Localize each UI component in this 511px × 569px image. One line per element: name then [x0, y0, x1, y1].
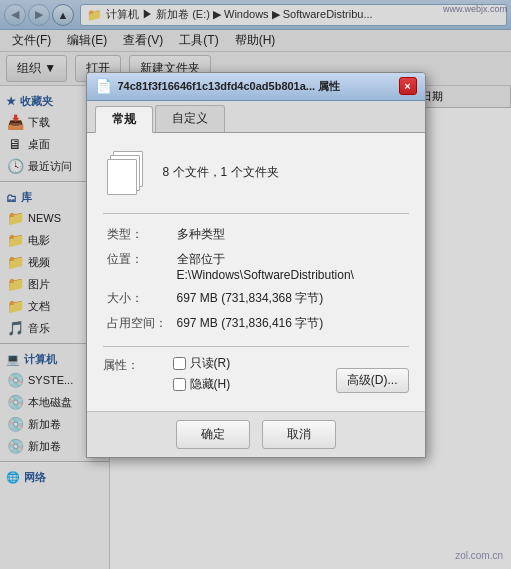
dialog-tabs: 常规 自定义 — [87, 101, 425, 133]
prop-divider-middle — [103, 346, 409, 347]
attrs-and-btn: 只读(R) 隐藏(H) 高级(D)... — [173, 355, 409, 393]
dialog-overlay: 📄 74c81f3f16646f1c13dfd4c0ad5b801a... 属性… — [0, 0, 511, 569]
prop-divider-top — [103, 213, 409, 214]
properties-dialog: 📄 74c81f3f16646f1c13dfd4c0ad5b801a... 属性… — [86, 72, 426, 458]
prop-label-location: 位置： — [103, 247, 173, 286]
props-table: 类型： 多种类型 位置： 全部位于 E:\Windows\SoftwareDis… — [103, 222, 409, 336]
checkbox-row-readonly: 只读(R) — [173, 355, 231, 372]
prop-value-location: 全部位于 E:\Windows\SoftwareDistribution\ — [173, 247, 409, 286]
advanced-button[interactable]: 高级(D)... — [336, 368, 409, 393]
dialog-title-text: 74c81f3f16646f1c13dfd4c0ad5b801a... 属性 — [118, 79, 399, 94]
checkbox-row-hidden: 隐藏(H) — [173, 376, 231, 393]
big-file-icon — [103, 149, 151, 197]
explorer-window: ◀ ▶ ▲ 📁 计算机 ▶ 新加卷 (E:) ▶ Windows ▶ Softw… — [0, 0, 511, 569]
checkbox-readonly-label: 只读(R) — [190, 355, 231, 372]
dialog-file-row: 8 个文件，1 个文件夹 — [103, 149, 409, 197]
checkbox-readonly[interactable] — [173, 357, 186, 370]
attrs-row: 属性： 只读(R) 隐藏(H) — [103, 355, 409, 393]
dialog-tab-general[interactable]: 常规 — [95, 106, 153, 133]
dialog-close-button[interactable]: × — [399, 77, 417, 95]
prop-label-type: 类型： — [103, 222, 173, 247]
dialog-summary: 8 个文件，1 个文件夹 — [163, 164, 279, 181]
prop-label-size: 大小： — [103, 286, 173, 311]
cancel-button[interactable]: 取消 — [262, 420, 336, 449]
dialog-tab-custom[interactable]: 自定义 — [155, 105, 225, 132]
table-row: 占用空间： 697 MB (731,836,416 字节) — [103, 311, 409, 336]
dialog-title-bar: 📄 74c81f3f16646f1c13dfd4c0ad5b801a... 属性… — [87, 73, 425, 101]
checkbox-hidden-label: 隐藏(H) — [190, 376, 231, 393]
prop-value-type: 多种类型 — [173, 222, 409, 247]
ok-button[interactable]: 确定 — [176, 420, 250, 449]
prop-label-used: 占用空间： — [103, 311, 173, 336]
dialog-content: 8 个文件，1 个文件夹 类型： 多种类型 位置： 全部位于 E:\Window… — [87, 133, 425, 411]
attrs-label: 属性： — [103, 355, 173, 374]
checkbox-hidden[interactable] — [173, 378, 186, 391]
table-row: 类型： 多种类型 — [103, 222, 409, 247]
file-stack — [107, 151, 147, 195]
prop-value-size: 697 MB (731,834,368 字节) — [173, 286, 409, 311]
dialog-file-icon: 📄 — [95, 78, 112, 94]
paper-3 — [107, 159, 137, 195]
table-row: 大小： 697 MB (731,834,368 字节) — [103, 286, 409, 311]
attrs-checkboxes-area: 只读(R) 隐藏(H) 高级(D)... — [173, 355, 409, 393]
prop-value-used: 697 MB (731,836,416 字节) — [173, 311, 409, 336]
attrs-checkboxes: 只读(R) 隐藏(H) — [173, 355, 231, 393]
table-row: 位置： 全部位于 E:\Windows\SoftwareDistribution… — [103, 247, 409, 286]
dialog-buttons: 确定 取消 — [87, 411, 425, 457]
